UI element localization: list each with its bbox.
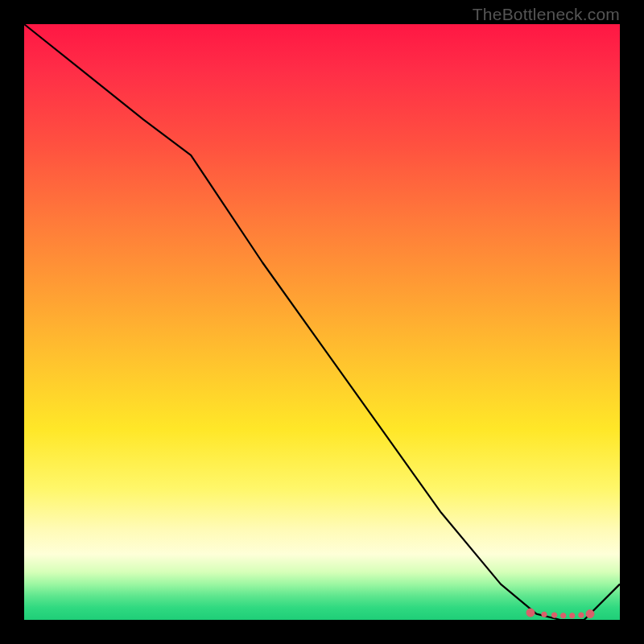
bottleneck-curve bbox=[24, 24, 620, 620]
sweet-spot-dot bbox=[570, 613, 575, 618]
sweet-spot-dot bbox=[542, 612, 547, 617]
watermark-text: TheBottleneck.com bbox=[473, 5, 620, 24]
chart-svg bbox=[24, 24, 620, 620]
plot-area bbox=[24, 24, 620, 620]
sweet-spot-dot bbox=[579, 613, 584, 617]
sweet-spot-dot bbox=[551, 613, 556, 617]
sweet-spot-dot bbox=[561, 613, 566, 618]
sweet-spot-dot bbox=[526, 609, 535, 617]
chart-frame: TheBottleneck.com bbox=[0, 0, 644, 644]
sweet-spot-dot bbox=[586, 610, 594, 618]
